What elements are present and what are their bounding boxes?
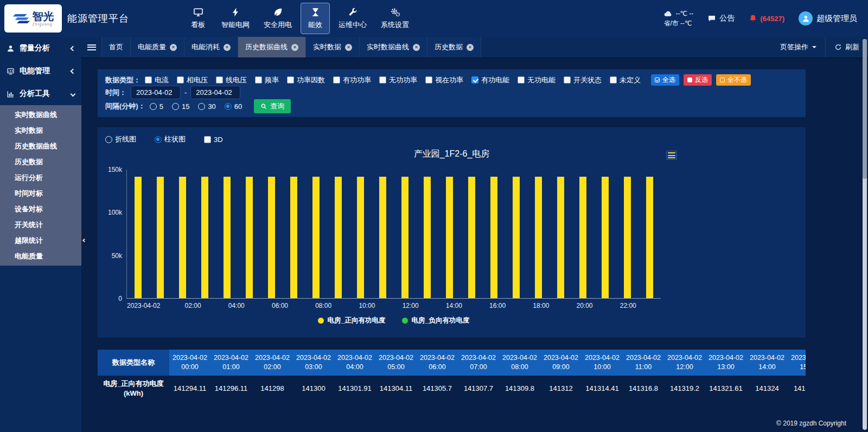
bar[interactable] — [424, 177, 431, 298]
nav-item-energy-efficiency[interactable]: 能效 — [301, 3, 330, 34]
data-type-checkbox[interactable]: 无功电能 — [518, 75, 556, 85]
select-none-button[interactable]: 全不选 — [716, 74, 751, 86]
data-type-checkbox[interactable]: 线电压 — [216, 75, 247, 85]
data-type-checkbox[interactable]: 开关状态 — [564, 75, 602, 85]
bar[interactable] — [513, 177, 520, 298]
sidebar-group-energy-management[interactable]: 电能管理 — [0, 60, 81, 82]
sidebar-item[interactable]: 实时数据曲线 — [0, 107, 81, 122]
tab[interactable]: 电能质量× — [131, 37, 184, 57]
data-type-checkbox[interactable]: 未定义 — [610, 75, 641, 85]
chevron-left-icon — [71, 46, 76, 51]
nav-item-kanban[interactable]: 看板 — [183, 3, 213, 34]
x-tick: 16:00 — [487, 302, 508, 310]
bar[interactable] — [357, 177, 364, 298]
data-type-checkbox[interactable]: 相电压 — [177, 75, 208, 85]
tab[interactable]: 首页 — [102, 37, 131, 57]
vertical-scrollbar[interactable] — [863, 39, 867, 430]
bar[interactable] — [535, 177, 542, 298]
bar[interactable] — [201, 177, 208, 298]
tab-operations-button[interactable]: 页签操作 — [771, 37, 825, 57]
table-cell: 141298 — [252, 376, 293, 402]
query-button[interactable]: 查询 — [254, 99, 291, 113]
sidebar-item[interactable]: 历史数据 — [0, 154, 81, 170]
bar[interactable] — [179, 177, 186, 298]
bar[interactable] — [312, 177, 320, 298]
bar[interactable] — [602, 177, 609, 298]
checkbox-icon — [610, 76, 617, 83]
data-type-checkbox[interactable]: 电流 — [145, 75, 169, 85]
nav-item-ops-center[interactable]: 运维中心 — [333, 3, 372, 34]
bar[interactable] — [157, 177, 164, 298]
sidebar-item[interactable]: 开关统计 — [0, 217, 81, 233]
bar[interactable] — [135, 177, 142, 298]
legend-item[interactable]: 电房_正向有功电度 — [318, 316, 386, 325]
bar[interactable] — [224, 177, 231, 298]
bar[interactable] — [468, 177, 475, 298]
sidebar-group-demand-analysis[interactable]: 需量分析 — [0, 37, 81, 60]
bar[interactable] — [646, 177, 653, 298]
sidebar-group-analysis-tools[interactable]: 分析工具 — [0, 82, 81, 105]
data-type-checkbox[interactable]: 视在功率 — [425, 75, 463, 85]
sidebar-item[interactable]: 运行分析 — [0, 170, 81, 185]
sidebar-item[interactable]: 越限统计 — [0, 233, 81, 248]
data-type-checkbox[interactable]: 无功功率 — [379, 75, 417, 85]
announcement-button[interactable]: 公告 — [707, 14, 735, 23]
tab-close-icon[interactable]: × — [170, 44, 177, 51]
tab[interactable]: 历史数据曲线× — [238, 37, 306, 57]
sidebar-item[interactable]: 电能质量 — [0, 248, 81, 264]
chart-type-option[interactable]: 3D — [204, 136, 223, 144]
bar[interactable] — [268, 177, 275, 298]
interval-radio[interactable]: 5 — [150, 102, 163, 111]
bar[interactable] — [290, 177, 297, 298]
chart-type-option[interactable]: 柱状图 — [155, 134, 186, 144]
scrollbar-thumb[interactable] — [863, 39, 867, 179]
bar[interactable] — [401, 177, 409, 298]
sidebar-item[interactable]: 时间对标 — [0, 185, 81, 201]
tab[interactable]: 实时数据× — [306, 37, 360, 57]
bar[interactable] — [579, 177, 586, 298]
header-time: 13:00 — [717, 363, 734, 372]
date-to-input[interactable]: 2023-04-02 — [190, 86, 240, 99]
bar[interactable] — [446, 177, 453, 298]
legend-item[interactable]: 电房_负向有功电度 — [402, 316, 470, 325]
tab[interactable]: 实时数据曲线× — [360, 37, 427, 57]
bar[interactable] — [624, 177, 631, 298]
bar[interactable] — [490, 177, 497, 298]
chart-type-option[interactable]: 折线图 — [105, 134, 136, 144]
interval-radio[interactable]: 30 — [198, 102, 215, 111]
invert-select-button[interactable]: 反选 — [684, 74, 712, 86]
tab[interactable]: 历史数据× — [427, 37, 481, 57]
interval-radio[interactable]: 15 — [172, 102, 189, 111]
nav-item-safe-power[interactable]: 安全用电 — [258, 3, 297, 34]
sidebar-item[interactable]: 设备对标 — [0, 201, 81, 217]
zhiguang-logo-icon — [12, 12, 30, 25]
bar[interactable] — [379, 177, 386, 298]
bar[interactable] — [557, 177, 564, 298]
chart-menu-icon[interactable] — [666, 151, 677, 160]
refresh-button[interactable]: 刷新 — [825, 37, 868, 57]
date-separator: - — [184, 88, 187, 96]
select-all-button[interactable]: 全选 — [651, 74, 679, 86]
data-type-checkbox[interactable]: 功率因数 — [287, 75, 325, 85]
bar[interactable] — [246, 177, 253, 298]
alarm-button[interactable]: (64527) — [749, 14, 784, 23]
user-menu[interactable]: 超级管理员 — [799, 11, 857, 25]
bar[interactable] — [335, 177, 342, 298]
tab-close-icon[interactable]: × — [224, 44, 231, 51]
sidebar-toggle-button[interactable] — [81, 37, 102, 57]
data-type-checkbox[interactable]: 频率 — [255, 75, 279, 85]
tab-close-icon[interactable]: × — [413, 44, 420, 51]
sidebar-collapse-handle[interactable] — [81, 230, 87, 250]
data-type-checkbox[interactable]: 有功功率 — [333, 75, 371, 85]
tab-close-icon[interactable]: × — [467, 44, 474, 51]
data-type-checkbox[interactable]: 有功电能 — [471, 75, 509, 85]
nav-item-system-settings[interactable]: 系统设置 — [375, 3, 414, 34]
sidebar-item[interactable]: 历史数据曲线 — [0, 138, 81, 154]
sidebar-item[interactable]: 实时数据 — [0, 122, 81, 138]
date-from-input[interactable]: 2023-04-02 — [131, 86, 181, 99]
tab[interactable]: 电能消耗× — [184, 37, 238, 57]
interval-radio[interactable]: 60 — [225, 102, 242, 111]
nav-item-smart-grid[interactable]: 智能电网 — [216, 3, 255, 34]
tab-close-icon[interactable]: × — [345, 44, 352, 51]
tab-close-icon[interactable]: × — [291, 44, 298, 51]
